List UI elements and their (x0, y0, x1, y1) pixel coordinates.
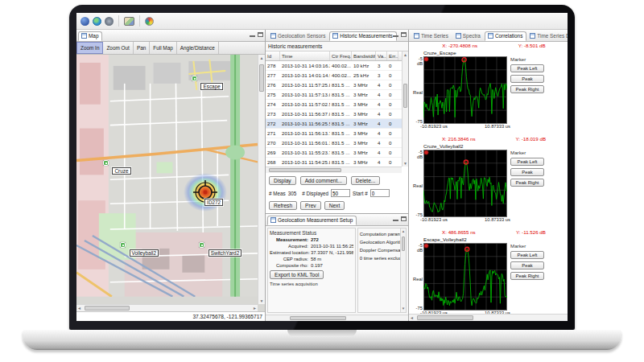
orb-icon[interactable] (80, 17, 89, 26)
map-marker-escape[interactable]: Escape (200, 83, 222, 90)
table-vertical-scrollbar[interactable]: ▲ ▼ (402, 51, 408, 167)
minimize-icon[interactable] (393, 32, 398, 37)
scroll-down-icon[interactable]: ▼ (258, 298, 265, 304)
table-horizontal-scrollbar[interactable] (266, 167, 402, 173)
table-row[interactable]: 2702013-10-31 11:56:01.1...831.5 ...3 MH… (266, 138, 402, 148)
peak-right-button[interactable]: Peak Right (510, 85, 544, 93)
map-marker-id272[interactable]: ID272 (204, 199, 223, 206)
y-axis-labels: -5dBReal-75 (411, 150, 423, 217)
table-row[interactable]: 2692013-10-31 11:55:23.7...831.5 ...3 MH… (266, 148, 402, 158)
scroll-thumb[interactable] (85, 306, 130, 311)
peak-button[interactable]: Peak (510, 75, 544, 83)
table-row[interactable]: 2682013-10-31 11:54:25.8...831.5 ...3 MH… (266, 158, 402, 167)
maximize-icon[interactable] (401, 32, 407, 37)
scroll-thumb[interactable] (402, 237, 405, 251)
refresh-button[interactable]: Refresh (269, 201, 297, 210)
field-value: 2013-10-31 11:56:25 (311, 244, 353, 249)
tab-geolocation-sensors[interactable]: Geolocation Sensors (267, 31, 329, 41)
delete-button[interactable]: Delete... (351, 176, 381, 185)
column-header-ctr-freq[interactable]: Ctr Freq. (330, 51, 352, 60)
minimize-icon[interactable] (250, 32, 255, 37)
minimize-icon[interactable] (393, 216, 398, 221)
scroll-right-icon[interactable]: ► (253, 306, 257, 311)
table-row[interactable]: 2712013-10-31 11:56:13.7...831.5 ...3 MH… (266, 129, 402, 138)
plots-horizontal-scrollbar[interactable]: ◄ (409, 314, 568, 321)
correlation-readout-x: X: 486.8655 ns (442, 229, 476, 237)
table-row[interactable]: 2752013-10-31 11:57:13.0...831.5 ...3 MH… (266, 90, 402, 100)
prev-button[interactable]: Prev (300, 201, 321, 210)
beachball-icon[interactable] (145, 17, 154, 26)
table-row[interactable]: 2782013-10-31 14:03:16.2...400.02...10 k… (266, 61, 402, 71)
maximize-icon[interactable] (258, 32, 263, 37)
peak-left-button[interactable]: Peak Left (510, 64, 544, 72)
column-header-va[interactable]: Va... (376, 51, 387, 60)
scroll-left-icon[interactable]: ◄ (410, 315, 414, 320)
map-thumbnail-icon[interactable] (124, 17, 134, 26)
scroll-thumb[interactable] (417, 315, 473, 320)
next-button[interactable]: Next (324, 201, 345, 210)
table-row[interactable]: 2762013-10-31 11:57:25.8...831.5 ...3 MH… (266, 80, 402, 90)
tab-time-series-detail[interactable]: Time Series Detail (526, 31, 568, 41)
scroll-down-icon[interactable]: ▼ (402, 160, 408, 167)
map-horizontal-scrollbar[interactable]: ◄ ► (76, 304, 258, 311)
maximize-icon[interactable] (401, 216, 407, 221)
map-tool-angle-distance[interactable]: Angle/Distance (177, 42, 219, 54)
map-vertical-scrollbar[interactable]: ▲ ▼ (258, 55, 265, 304)
correlation-plot[interactable] (423, 243, 507, 311)
peak-right-button[interactable]: Peak Right (510, 272, 544, 280)
scroll-left-icon[interactable]: ◄ (77, 306, 81, 311)
displayed-input[interactable] (331, 189, 350, 197)
tab-geolocation-measurement-setup[interactable]: Geolocation Measurement Setup (267, 216, 357, 225)
map-tool-zoom-in[interactable]: Zoom In (76, 42, 103, 54)
table-row[interactable]: 2772013-10-31 14:01:14.9...400.02...25 k… (266, 71, 402, 80)
map-tool-pan[interactable]: Pan (134, 42, 150, 54)
setup-horizontal-scrollbar[interactable] (266, 315, 408, 321)
map-marker-cruze[interactable]: Cruze (112, 167, 130, 175)
cell: 4 (376, 159, 387, 165)
column-header-err[interactable]: Err... (387, 51, 398, 60)
tab-correlations[interactable]: Correlations (485, 31, 526, 41)
add-comment-button[interactable]: Add comment... (300, 176, 347, 185)
column-header-time[interactable]: Time (280, 51, 330, 60)
plot-row: -5dBReal-75MarkerPeak LeftPeakPeak Right (411, 56, 566, 124)
tab-time-series[interactable]: Time Series (411, 31, 452, 41)
correlation-plot[interactable] (423, 56, 507, 124)
peak-left-button[interactable]: Peak Left (510, 251, 544, 259)
peak-button[interactable]: Peak (510, 168, 544, 176)
meas-count-label: # Meas (269, 191, 286, 196)
start-input[interactable] (370, 189, 390, 197)
tab-map[interactable]: Map (78, 31, 102, 41)
scroll-thumb[interactable] (290, 316, 346, 320)
globe-icon[interactable] (93, 17, 101, 26)
peak-right-button[interactable]: Peak Right (510, 179, 544, 187)
table-row[interactable]: 2742013-10-31 11:57:02.5...831.5 ...3 MH… (266, 100, 402, 109)
map-canvas[interactable]: ▲ ▼ ◄ ► EscapeCruzeID272Volleyball2Switc… (76, 55, 265, 311)
peak-left-button[interactable]: Peak Left (510, 158, 544, 166)
correlation-plot[interactable] (423, 150, 507, 217)
map-tool-zoom-out[interactable]: Zoom Out (103, 42, 133, 54)
field-value: 0.197 (311, 263, 353, 268)
scroll-up-icon[interactable]: ▲ (258, 55, 265, 61)
peak-button[interactable]: Peak (510, 261, 544, 269)
tab-spectra[interactable]: Spectra (452, 31, 485, 41)
scroll-down-icon[interactable]: ▼ (401, 306, 406, 312)
table-row[interactable]: 2722013-10-31 11:56:25.5...831.5 ...3 MH… (266, 119, 402, 129)
map-tool-full-map[interactable]: Full Map (150, 42, 177, 54)
scroll-thumb[interactable] (403, 84, 407, 108)
table-row[interactable]: 2732013-10-31 11:56:37.0...831.5 ...3 MH… (266, 109, 402, 119)
column-header-bandwidth[interactable]: Bandwidth (352, 51, 376, 60)
field-label: CEP radius: (270, 257, 308, 261)
display-button[interactable]: Display (269, 176, 296, 185)
gear-icon[interactable] (105, 17, 114, 26)
map-marker-switchyard2[interactable]: SwitchYard2 (208, 249, 242, 257)
column-header-id[interactable]: Id (266, 51, 280, 60)
scroll-up-icon[interactable]: ▲ (402, 51, 408, 58)
map-marker-volleyball2[interactable]: Volleyball2 (130, 249, 159, 257)
scroll-up-icon[interactable]: ▲ (401, 228, 406, 235)
tab-historic-measurements[interactable]: Historic Measurements (329, 31, 396, 41)
scroll-thumb[interactable] (269, 168, 341, 172)
scroll-thumb[interactable] (259, 64, 264, 92)
setup-vertical-scrollbar[interactable]: ▲ ▼ (400, 228, 406, 312)
peak-marker-dot (465, 247, 469, 251)
export-kml-button[interactable]: Export to KML Tool (270, 270, 324, 279)
